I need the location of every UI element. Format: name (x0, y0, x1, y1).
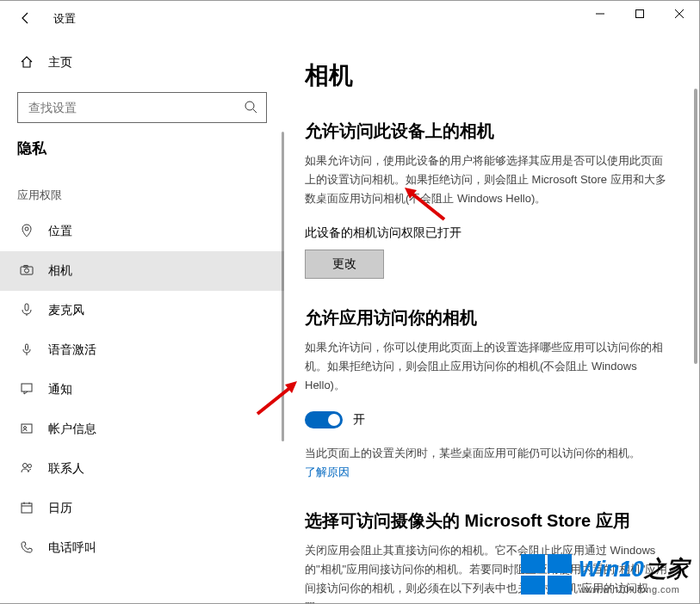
maximize-button[interactable] (620, 1, 660, 27)
svg-point-4 (245, 102, 254, 110)
svg-rect-17 (22, 503, 32, 513)
svg-rect-7 (21, 267, 33, 274)
toggle-label: 开 (353, 412, 365, 428)
svg-rect-12 (22, 384, 32, 391)
section2-description: 如果允许访问，你可以使用此页面上的设置选择哪些应用可以访问你的相机。如果拒绝访问… (305, 338, 668, 395)
change-button[interactable]: 更改 (305, 250, 384, 279)
section3-description: 关闭应用会阻止其直接访问你的相机。它不会阻止此应用通过 Windows 的"相机… (305, 541, 668, 604)
permissions-label: 应用权限 (17, 188, 267, 203)
sidebar: 主页 隐私 应用权限 位置 相机 麦克风 语 (0, 37, 284, 604)
sidebar-item-microphone[interactable]: 麦克风 (17, 291, 267, 330)
sidebar-item-label: 位置 (48, 224, 72, 239)
page-title: 相机 (305, 59, 668, 92)
sidebar-item-notification[interactable]: 通知 (17, 370, 267, 410)
section3-heading: 选择可访问摄像头的 Microsoft Store 应用 (305, 509, 668, 533)
sidebar-item-camera[interactable]: 相机 (0, 251, 284, 291)
content-scrollbar[interactable] (694, 89, 697, 364)
svg-rect-1 (636, 10, 644, 18)
close-button[interactable] (660, 1, 699, 27)
microphone-icon (17, 303, 36, 319)
sidebar-item-calendar[interactable]: 日历 (17, 489, 267, 528)
change-button-label: 更改 (332, 256, 356, 272)
home-icon (17, 55, 36, 71)
location-icon (17, 224, 36, 240)
search-box[interactable] (17, 92, 267, 123)
phone-icon (17, 540, 36, 557)
section2-note: 当此页面上的设置关闭时，某些桌面应用可能仍可以访问你的相机。 (305, 447, 641, 459)
sidebar-item-contacts[interactable]: 联系人 (17, 449, 267, 489)
sidebar-item-label: 通知 (48, 382, 72, 398)
svg-point-16 (28, 464, 32, 467)
sidebar-item-label: 麦克风 (48, 303, 84, 318)
minimize-button[interactable] (580, 1, 620, 27)
sidebar-item-label: 相机 (48, 263, 72, 279)
search-icon (244, 100, 257, 116)
home-link[interactable]: 主页 (17, 46, 267, 80)
sidebar-item-label: 帐户信息 (48, 422, 96, 437)
svg-rect-11 (26, 344, 28, 350)
sidebar-item-label: 电话呼叫 (48, 540, 96, 556)
svg-line-5 (253, 109, 257, 113)
sidebar-item-account[interactable]: 帐户信息 (17, 410, 267, 449)
calendar-icon (17, 501, 36, 517)
sidebar-item-location[interactable]: 位置 (17, 212, 267, 251)
sidebar-item-voice[interactable]: 语音激活 (17, 330, 267, 370)
window-title: 设置 (53, 11, 76, 27)
svg-point-6 (25, 227, 28, 231)
notification-icon (17, 382, 36, 398)
allow-apps-toggle[interactable] (305, 411, 343, 428)
section1-status: 此设备的相机访问权限已打开 (305, 225, 668, 241)
sidebar-item-label: 日历 (48, 501, 72, 516)
learn-more-link[interactable]: 了解原因 (305, 465, 350, 478)
svg-point-15 (23, 463, 28, 467)
voice-icon (17, 342, 36, 359)
section1-heading: 允许访问此设备上的相机 (305, 120, 668, 143)
home-label: 主页 (48, 55, 72, 71)
contacts-icon (17, 461, 36, 478)
camera-icon (17, 263, 36, 280)
search-input[interactable] (28, 101, 244, 114)
sidebar-item-label: 联系人 (48, 461, 84, 477)
sidebar-item-label: 语音激活 (48, 342, 96, 358)
content-pane: 相机 允许访问此设备上的相机 如果允许访问，使用此设备的用户将能够选择其应用是否… (284, 37, 699, 604)
section-title: 隐私 (17, 139, 267, 158)
section1-description: 如果允许访问，使用此设备的用户将能够选择其应用是否可以使用此页面上的设置访问相机… (305, 151, 668, 208)
svg-point-14 (24, 426, 27, 428)
svg-point-8 (25, 268, 29, 273)
sidebar-item-phone[interactable]: 电话呼叫 (17, 528, 267, 568)
svg-rect-13 (22, 424, 32, 433)
account-icon (17, 422, 36, 438)
back-button[interactable] (19, 11, 46, 28)
section2-heading: 允许应用访问你的相机 (305, 306, 668, 330)
svg-rect-10 (25, 304, 28, 311)
